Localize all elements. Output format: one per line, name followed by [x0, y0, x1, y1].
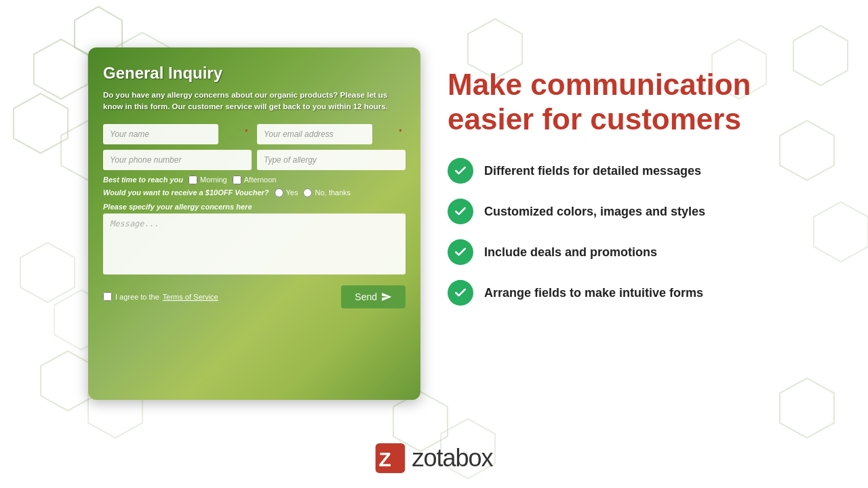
check-icon-1 — [448, 158, 473, 184]
feature-list: Different fields for detailed messages C… — [448, 158, 841, 306]
form-content: General Inquiry Do you have any allergy … — [88, 47, 420, 400]
yes-radio-group: Yes — [275, 188, 298, 197]
voucher-label: Would you want to receive a $10OFF Vouch… — [103, 188, 269, 197]
svg-marker-16 — [780, 378, 834, 438]
morning-label: Morning — [200, 176, 227, 184]
required-indicator-2: ▪ — [399, 127, 401, 134]
send-button-label: Send — [355, 291, 377, 302]
svg-text:Z: Z — [378, 448, 391, 470]
required-indicator: ▪ — [245, 127, 248, 134]
svg-marker-12 — [41, 351, 95, 411]
feature-text-4: Arrange fields to make intuitive forms — [484, 286, 703, 300]
best-time-row: Best time to reach you Morning Afternoon — [103, 176, 406, 184]
svg-marker-17 — [20, 243, 75, 302]
feature-item-4: Arrange fields to make intuitive forms — [448, 280, 841, 306]
check-icon-3 — [448, 239, 473, 265]
logo-area: Z zotabox — [375, 443, 492, 473]
tos-checkbox[interactable] — [103, 292, 112, 301]
allergy-input[interactable] — [257, 150, 406, 170]
yes-radio[interactable] — [275, 188, 283, 197]
feature-item-1: Different fields for detailed messages — [448, 158, 841, 184]
no-radio[interactable] — [303, 188, 312, 197]
tagline-line1: Make communication — [448, 68, 751, 101]
zotabox-logo-icon: Z — [375, 443, 405, 473]
check-icon-2 — [448, 199, 473, 224]
feature-text-2: Customized colors, images and styles — [484, 205, 705, 219]
form-row-name-email: ▪ ▪ — [103, 124, 406, 144]
afternoon-checkbox[interactable] — [233, 176, 241, 184]
phone-input[interactable] — [103, 150, 252, 170]
feature-text-3: Include deals and promotions — [484, 245, 657, 260]
form-row-phone-allergy — [103, 150, 406, 170]
svg-marker-3 — [14, 94, 68, 153]
name-input[interactable] — [103, 124, 218, 144]
logo-text: zotabox — [412, 444, 492, 472]
tagline: Make communication easier for customers — [448, 68, 841, 136]
form-title: General Inquiry — [103, 64, 406, 83]
voucher-row: Would you want to receive a $10OFF Vouch… — [103, 188, 406, 197]
form-footer: I agree to the Terms of Service Send — [103, 285, 406, 308]
feature-item-2: Customized colors, images and styles — [448, 199, 841, 224]
right-panel: Make communication easier for customers … — [448, 68, 841, 321]
tos-link[interactable]: Terms of Service — [163, 293, 218, 301]
morning-checkbox[interactable] — [189, 176, 197, 184]
message-section-label: Please specify your allergy concerns her… — [103, 203, 406, 211]
best-time-label: Best time to reach you — [103, 176, 183, 184]
no-radio-group: No, thanks — [303, 188, 351, 197]
send-button[interactable]: Send — [341, 285, 406, 308]
send-icon — [381, 291, 392, 302]
svg-marker-14 — [393, 392, 448, 451]
tos-area: I agree to the Terms of Service — [103, 292, 218, 301]
yes-label: Yes — [286, 188, 298, 197]
morning-checkbox-group: Morning — [189, 176, 227, 184]
form-description: Do you have any allergy concerns about o… — [103, 89, 406, 113]
feature-text-1: Different fields for detailed messages — [484, 164, 701, 178]
email-input[interactable] — [257, 124, 372, 144]
tagline-line2: easier for customers — [448, 102, 741, 136]
message-textarea[interactable] — [103, 214, 406, 274]
tos-text: I agree to the — [115, 293, 159, 301]
afternoon-checkbox-group: Afternoon — [233, 176, 277, 184]
form-panel: General Inquiry Do you have any allergy … — [88, 47, 420, 400]
feature-item-3: Include deals and promotions — [448, 239, 841, 265]
svg-marker-1 — [34, 39, 88, 99]
afternoon-label: Afternoon — [244, 176, 277, 184]
no-label: No, thanks — [315, 188, 351, 197]
check-icon-4 — [448, 280, 473, 306]
